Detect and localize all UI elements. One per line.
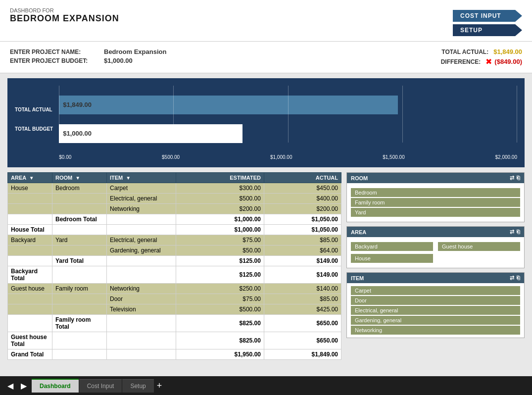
cell-item (107, 315, 176, 332)
cell-item: Networking (107, 284, 176, 294)
cell-item (107, 225, 176, 235)
chart-section: TOTAL ACTUAL TOTAL BUDGET (7, 78, 525, 167)
total-actual-row: TOTAL ACTUAL: $1,849.00 (266, 48, 523, 55)
cell-estimated: $500.00 (176, 304, 264, 315)
difference-row: DIFFERENCE: ✖ ($849.00) (266, 57, 523, 66)
cell-area (8, 315, 52, 332)
cell-estimated: $250.00 (176, 284, 264, 294)
room-filter-header: ROOM ⇄ ⎗ (347, 173, 524, 183)
tab-dashboard[interactable]: Dashboard (32, 379, 79, 393)
cell-item (107, 214, 176, 225)
cell-actual: $650.00 (264, 315, 341, 332)
table-row: Bedroom Total $1,000.00 $1,050.00 (8, 214, 341, 225)
cell-item: Electrical, general (107, 235, 176, 246)
filter-item[interactable]: Door (351, 296, 520, 305)
item-filter-scroll[interactable]: CarpetDoorElectrical, generalGardening, … (347, 283, 524, 338)
cell-room (52, 204, 107, 214)
area-filter-funnel-icon[interactable]: ⎗ (517, 229, 520, 235)
cell-actual: $149.00 (264, 256, 341, 266)
room-filter-items: BedroomFamily roomYard (347, 183, 524, 222)
item-filter-sort-icon[interactable]: ⇄ (510, 275, 514, 281)
filter-item[interactable]: Family room (351, 198, 520, 207)
room-filter-sort-icon[interactable]: ⇄ (510, 175, 514, 181)
cost-input-button[interactable]: COST INPUT (453, 10, 522, 22)
cell-area: House (8, 183, 52, 194)
cell-item (107, 349, 176, 360)
filter-item[interactable]: Gardening, general (351, 316, 520, 325)
cell-estimated: $825.00 (176, 332, 264, 349)
cell-room: Family room Total (52, 315, 107, 332)
main-table: AREA ▼ ROOM ▼ ITEM ▼ ESTIMATED ACTUAL (7, 172, 341, 360)
cell-room (52, 246, 107, 256)
cell-estimated: $1,950.00 (176, 349, 264, 360)
cell-actual: $400.00 (264, 194, 341, 204)
cell-estimated: $75.00 (176, 294, 264, 304)
cell-item (107, 332, 176, 349)
cell-room: Yard (52, 235, 107, 246)
cell-actual: $85.00 (264, 294, 341, 304)
cell-estimated: $125.00 (176, 266, 264, 284)
room-filter-btn[interactable]: ▼ (75, 175, 80, 181)
project-info-left: ENTER PROJECT NAME: Bedroom Expansion EN… (10, 47, 266, 68)
total-actual-value: $1,849.00 (493, 48, 522, 55)
filter-item[interactable]: Carpet (351, 286, 520, 295)
area-filter-panel: AREA ⇄ ⎗ BackyardGuest houseHouse (346, 226, 525, 268)
cell-item (107, 266, 176, 284)
cell-room (52, 194, 107, 204)
tab-next-arrow[interactable]: ▶ (18, 381, 29, 391)
cell-area: Guest house (8, 284, 52, 294)
filter-item[interactable]: Backyard (351, 242, 433, 251)
project-budget-value: $1,000.00 (104, 57, 133, 64)
cell-area: Guest house Total (8, 332, 52, 349)
item-filter-funnel-icon[interactable]: ⎗ (517, 275, 520, 281)
header-nav: COST INPUT SETUP (453, 10, 522, 36)
item-filter-label: ITEM (351, 275, 364, 281)
cell-area (8, 204, 52, 214)
filter-item[interactable]: Guest house (438, 242, 520, 251)
cell-estimated: $125.00 (176, 256, 264, 266)
filter-item[interactable]: Bedroom (351, 188, 520, 197)
header-left: DASHBORD FOR BEDROOM EXPANSION (10, 7, 119, 24)
cell-area: House Total (8, 225, 52, 235)
difference-icon: ✖ (485, 57, 492, 66)
cell-item: Television (107, 304, 176, 315)
cell-room (52, 294, 107, 304)
cell-item: Electrical, general (107, 194, 176, 204)
table-row: Backyard Yard Electrical, general $75.00… (8, 235, 341, 246)
room-filter-panel: ROOM ⇄ ⎗ BedroomFamily roomYard (346, 172, 525, 222)
col-header-actual: ACTUAL (264, 173, 341, 183)
cell-room (52, 332, 107, 349)
area-filter-sort-icon[interactable]: ⇄ (510, 229, 514, 235)
item-filter-btn[interactable]: ▼ (126, 175, 131, 181)
setup-button[interactable]: SETUP (453, 24, 522, 36)
cell-item: Gardening, general (107, 246, 176, 256)
table-row: House Bedroom Carpet $300.00 $450.00 (8, 183, 341, 194)
table-row: Grand Total $1,950.00 $1,849.00 (8, 349, 341, 360)
cell-estimated: $1,000.00 (176, 225, 264, 235)
area-filter-label: AREA (351, 229, 366, 235)
project-info-right: TOTAL ACTUAL: $1,849.00 DIFFERENCE: ✖ ($… (266, 47, 523, 68)
chart-actual-label: TOTAL ACTUAL (15, 107, 53, 112)
project-name-label: ENTER PROJECT NAME: (10, 49, 99, 55)
cell-room (52, 304, 107, 315)
filter-item[interactable]: Networking (351, 326, 520, 335)
filter-item[interactable]: House (351, 254, 433, 263)
tab-prev-arrow[interactable]: ◀ (5, 381, 16, 391)
project-title: BEDROOM EXPANSION (10, 13, 119, 24)
project-name-value: Bedroom Expansion (104, 48, 166, 55)
filter-item[interactable]: Electrical, general (351, 306, 520, 315)
x-axis: $0.00 $500.00 $1,000.00 $1,500.00 $2,000… (59, 152, 517, 160)
tab-cost-input[interactable]: Cost Input (79, 379, 122, 393)
cell-actual: $450.00 (264, 183, 341, 194)
filter-item[interactable]: Yard (351, 208, 520, 217)
project-info-section: ENTER PROJECT NAME: Bedroom Expansion EN… (0, 42, 532, 73)
tab-add-button[interactable]: + (157, 381, 162, 391)
table-row: Yard Total $125.00 $149.00 (8, 256, 341, 266)
area-filter-btn[interactable]: ▼ (29, 175, 34, 181)
project-budget-row: ENTER PROJECT BUDGET: $1,000.00 (10, 57, 266, 64)
difference-value: ($849.00) (494, 58, 522, 65)
room-filter-funnel-icon[interactable]: ⎗ (517, 175, 520, 181)
tab-setup[interactable]: Setup (122, 379, 153, 393)
cell-item: Networking (107, 204, 176, 214)
cell-actual: $85.00 (264, 235, 341, 246)
